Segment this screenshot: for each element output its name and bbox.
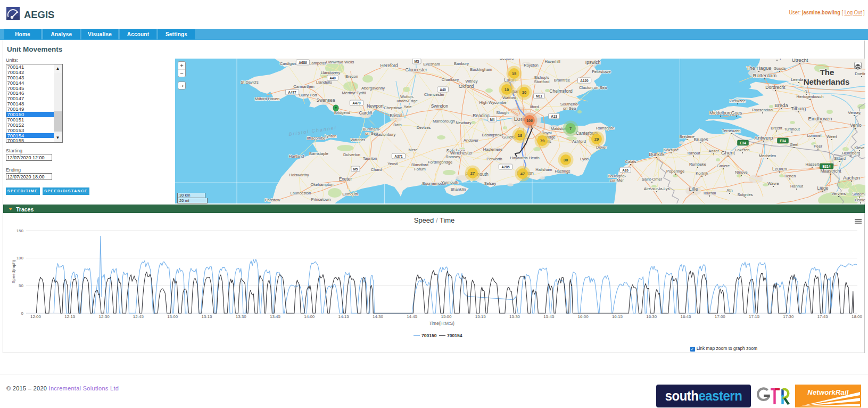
svg-text:15:00: 15:00 <box>441 314 452 319</box>
svg-text:Cardigan: Cardigan <box>280 61 296 66</box>
svg-text:Launceston: Launceston <box>291 191 311 195</box>
svg-text:Gouda: Gouda <box>774 66 786 71</box>
svg-text:A470: A470 <box>352 101 361 105</box>
svg-text:Charlbury: Charlbury <box>442 77 459 82</box>
svg-text:Lampeter: Lampeter <box>309 61 326 66</box>
svg-text:A477: A477 <box>288 91 296 94</box>
svg-text:Terneuzen: Terneuzen <box>722 128 740 133</box>
svg-text:Ath: Ath <box>726 188 732 193</box>
svg-text:Exmouth: Exmouth <box>342 192 358 197</box>
svg-text:Watchet: Watchet <box>350 137 365 142</box>
svg-text:15:45: 15:45 <box>543 314 555 319</box>
svg-text:Tilburg: Tilburg <box>791 105 806 111</box>
svg-text:17:45: 17:45 <box>817 314 829 319</box>
svg-text:Speed / Time: Speed / Time <box>414 216 455 224</box>
svg-text:Haywards Heath: Haywards Heath <box>510 156 539 160</box>
svg-text:14:45: 14:45 <box>407 314 418 319</box>
svg-text:Gloucester: Gloucester <box>405 67 427 72</box>
svg-text:17:00: 17:00 <box>715 314 726 319</box>
svg-text:A285: A285 <box>501 165 510 169</box>
svg-text:Leaflet: Leaflet <box>855 198 865 202</box>
svg-text:13:45: 13:45 <box>270 314 281 319</box>
svg-text:Haverhill: Haverhill <box>544 59 560 64</box>
svg-text:30: 30 <box>564 158 568 162</box>
svg-text:0: 0 <box>21 311 24 316</box>
svg-text:15:30: 15:30 <box>509 314 520 319</box>
svg-text:Llandovery: Llandovery <box>321 70 341 75</box>
svg-text:Liège: Liège <box>817 185 829 191</box>
svg-text:Basingstoke: Basingstoke <box>482 133 504 137</box>
svg-text:Holsworthy: Holsworthy <box>289 173 309 177</box>
svg-text:Wavre: Wavre <box>767 181 779 186</box>
svg-text:Burnham-on-Sea: Burnham-on-Sea <box>363 127 381 136</box>
svg-text:Lommel: Lommel <box>807 133 822 138</box>
svg-text:Kleve: Kleve <box>855 145 865 150</box>
svg-text:Sittard: Sittard <box>834 156 846 161</box>
svg-text:Ashford: Ashford <box>572 139 586 144</box>
svg-text:Maastricht: Maastricht <box>820 168 841 174</box>
svg-text:Lille: Lille <box>689 186 698 192</box>
svg-text:St David's: St David's <box>241 80 259 85</box>
svg-text:Devizes: Devizes <box>417 125 431 130</box>
svg-text:Bruges: Bruges <box>694 137 708 142</box>
svg-text:A16: A16 <box>622 168 629 172</box>
svg-text:Mechelen: Mechelen <box>759 153 776 158</box>
svg-text:14:15: 14:15 <box>338 314 350 319</box>
svg-text:Clacton-on-Sea: Clacton-on-Sea <box>579 85 607 90</box>
svg-text:Braintree: Braintree <box>554 78 570 83</box>
svg-text:Abergavenny: Abergavenny <box>361 86 385 91</box>
svg-text:Taunton: Taunton <box>363 156 377 161</box>
svg-text:Rotterdam: Rotterdam <box>753 72 776 78</box>
svg-text:E34: E34 <box>740 141 746 145</box>
svg-text:NetworkRail: NetworkRail <box>807 388 849 396</box>
svg-text:14:00: 14:00 <box>304 314 315 319</box>
svg-text:Merthyr Tydfil: Merthyr Tydfil <box>342 91 366 95</box>
svg-text:700150: 700150 <box>421 333 437 338</box>
svg-text:Yeovil: Yeovil <box>387 161 398 166</box>
svg-text:A371: A371 <box>394 154 403 158</box>
svg-text:Zierikzee: Zierikzee <box>730 99 746 103</box>
svg-text:Doetinc: Doetinc <box>855 71 865 76</box>
svg-text:Bredene: Bredene <box>680 134 695 139</box>
svg-text:12:15: 12:15 <box>64 314 76 319</box>
svg-text:Haslemere: Haslemere <box>483 147 502 152</box>
svg-text:Okehampton: Okehampton <box>311 182 334 187</box>
svg-text:A40: A40 <box>329 76 336 80</box>
svg-text:Yarmouth: Yarmouth <box>441 180 458 185</box>
svg-text:A686: A686 <box>299 61 307 64</box>
svg-text:15:15: 15:15 <box>475 314 486 319</box>
svg-text:E314: E314 <box>823 165 831 168</box>
svg-text:16:00: 16:00 <box>578 314 589 319</box>
svg-text:Poperinge: Poperinge <box>666 169 684 174</box>
svg-text:Venlo: Venlo <box>850 123 862 128</box>
svg-text:12:45: 12:45 <box>133 314 144 319</box>
svg-text:Hannut: Hannut <box>790 184 804 189</box>
svg-text:Reading: Reading <box>473 113 490 118</box>
svg-text:Breda: Breda <box>774 102 788 108</box>
svg-text:Romsey: Romsey <box>445 154 460 159</box>
svg-text:Buckingham: Buckingham <box>470 67 492 72</box>
svg-text:Oxford: Oxford <box>459 83 474 89</box>
svg-text:Chelmsford: Chelmsford <box>549 88 573 94</box>
svg-text:'s: 's <box>805 89 807 94</box>
svg-text:17:30: 17:30 <box>783 314 794 319</box>
svg-text:Ghent: Ghent <box>721 150 735 156</box>
svg-text:Verviers: Verviers <box>831 191 846 196</box>
svg-text:10: 10 <box>505 87 509 92</box>
svg-text:Ninove: Ninove <box>735 170 747 175</box>
svg-text:Brecon: Brecon <box>345 74 358 79</box>
svg-text:16:15: 16:15 <box>612 314 623 319</box>
svg-text:27: 27 <box>470 171 475 176</box>
svg-text:Mere: Mere <box>408 148 417 152</box>
svg-text:The Hague: The Hague <box>746 65 771 71</box>
svg-text:Carmarthen: Carmarthen <box>293 84 315 89</box>
svg-text:Venray: Venray <box>848 110 861 115</box>
svg-text:Aire-sur-la-Lys: Aire-sur-la-Lys <box>644 186 670 191</box>
svg-text:Weert: Weert <box>826 134 838 139</box>
svg-text:Calais: Calais <box>625 159 636 164</box>
svg-text:M11: M11 <box>536 94 543 98</box>
svg-text:Slough: Slough <box>496 110 508 115</box>
svg-text:Gavere: Gavere <box>717 164 730 168</box>
svg-text:Ilfracombe: Ilfracombe <box>307 136 325 141</box>
svg-text:Ilford: Ilford <box>530 104 539 109</box>
